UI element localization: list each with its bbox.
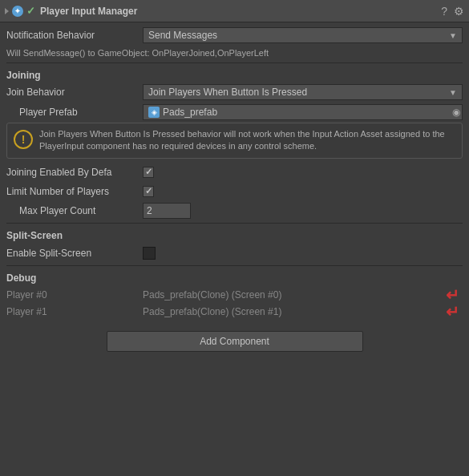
notification-info-text: Will SendMessage() to GameObject: OnPlay… <box>6 46 463 59</box>
player-prefab-row: Player Prefab ◈ Pads_prefab ◉ <box>6 103 463 121</box>
prefab-icon: ◈ <box>148 107 160 118</box>
prefab-pick-icon[interactable]: ◉ <box>452 107 460 118</box>
player1-value: Pads_prefab(Clone) (Screen #1) <box>143 306 463 317</box>
help-button[interactable]: ? <box>441 5 447 18</box>
separator-2 <box>6 223 463 224</box>
joining-enabled-checkbox[interactable] <box>143 167 154 178</box>
player0-wrapper: Player #0 Pads_prefab(Clone) (Screen #0)… <box>6 287 463 303</box>
separator-3 <box>6 265 463 266</box>
enable-split-screen-label: Enable Split-Screen <box>6 248 143 259</box>
header: ✦ ✓ Player Input Manager ? ⚙ <box>0 0 469 22</box>
collapse-triangle-icon[interactable] <box>5 8 9 14</box>
panel-content: Notification Behavior Send Messages ▼ Wi… <box>0 22 469 363</box>
max-player-count-label: Max Player Count <box>6 205 143 216</box>
limit-players-checkbox[interactable] <box>143 186 154 197</box>
panel-title: Player Input Manager <box>40 6 441 17</box>
player1-label: Player #1 <box>6 306 143 317</box>
debug-section-header: Debug <box>6 272 463 284</box>
add-component-button[interactable]: Add Component <box>107 331 363 352</box>
player1-arrow-annotation: ↵ <box>446 304 459 320</box>
player1-row: Player #1 Pads_prefab(Clone) (Screen #1) <box>6 304 463 320</box>
warning-box: ! Join Players When Button Is Pressed be… <box>6 123 463 159</box>
header-icons: ✦ ✓ <box>5 5 35 17</box>
join-behavior-dropdown[interactable]: Join Players When Button Is Pressed ▼ <box>143 84 463 100</box>
notification-dropdown-arrow: ▼ <box>449 31 457 40</box>
join-behavior-label: Join Behavior <box>6 87 143 98</box>
max-player-count-input[interactable] <box>143 203 191 219</box>
player0-row: Player #0 Pads_prefab(Clone) (Screen #0) <box>6 287 463 303</box>
player0-label: Player #0 <box>6 289 143 301</box>
notification-behavior-row: Notification Behavior Send Messages ▼ <box>6 27 463 43</box>
player-prefab-value: Pads_prefab <box>163 107 217 118</box>
joining-section-header: Joining <box>6 70 463 81</box>
joining-enabled-label: Joining Enabled By Defa <box>6 167 143 178</box>
notification-label: Notification Behavior <box>6 30 143 41</box>
split-screen-section-header: Split-Screen <box>6 230 463 241</box>
warning-text: Join Players When Button Is Pressed beha… <box>39 128 455 153</box>
player1-wrapper: Player #1 Pads_prefab(Clone) (Screen #1)… <box>6 304 463 320</box>
join-behavior-row: Join Behavior Join Players When Button I… <box>6 84 463 100</box>
notification-dropdown[interactable]: Send Messages ▼ <box>143 27 463 43</box>
player-prefab-label: Player Prefab <box>6 107 143 118</box>
player-prefab-field[interactable]: ◈ Pads_prefab ◉ <box>143 104 463 120</box>
header-right-buttons: ? ⚙ <box>441 5 464 18</box>
enabled-check-icon[interactable]: ✓ <box>26 5 35 17</box>
warning-icon: ! <box>14 130 33 149</box>
join-behavior-dropdown-arrow: ▼ <box>449 88 457 97</box>
component-icon: ✦ <box>12 6 23 17</box>
separator-1 <box>6 63 463 63</box>
join-behavior-dropdown-value: Join Players When Button Is Pressed <box>148 87 307 98</box>
enable-split-screen-checkbox[interactable] <box>143 247 156 260</box>
player-input-manager-panel: ✦ ✓ Player Input Manager ? ⚙ Notificatio… <box>0 0 469 363</box>
max-player-count-row: Max Player Count <box>6 202 463 220</box>
enable-split-screen-row: Enable Split-Screen <box>6 244 463 262</box>
notification-dropdown-value: Send Messages <box>148 30 217 41</box>
limit-players-label: Limit Number of Players <box>6 186 143 197</box>
settings-button[interactable]: ⚙ <box>454 5 464 18</box>
player0-arrow-annotation: ↵ <box>446 287 459 303</box>
joining-enabled-row: Joining Enabled By Defa <box>6 163 463 181</box>
limit-players-row: Limit Number of Players <box>6 183 463 200</box>
player0-value: Pads_prefab(Clone) (Screen #0) <box>143 289 463 301</box>
